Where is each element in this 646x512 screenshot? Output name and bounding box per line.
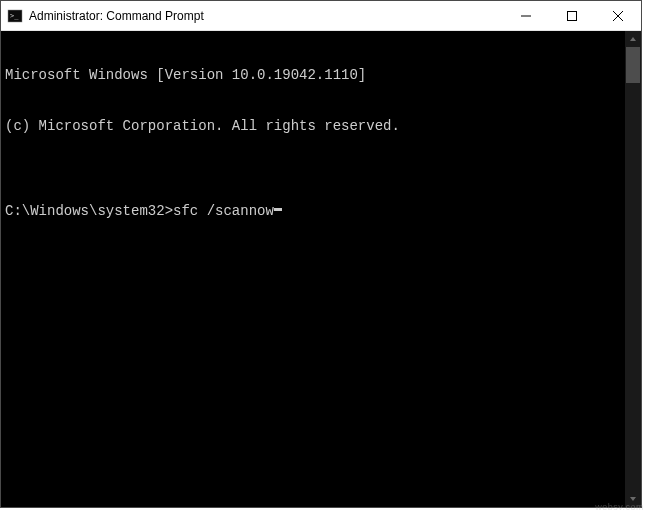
close-button[interactable]	[595, 1, 641, 30]
scroll-up-button[interactable]	[625, 31, 641, 47]
svg-marker-7	[630, 497, 636, 501]
watermark: websv.com	[595, 502, 644, 512]
svg-text:>_: >_	[10, 12, 19, 20]
prompt-line: C:\Windows\system32>sfc /scannow	[5, 203, 621, 220]
chevron-up-icon	[629, 35, 637, 43]
maximize-button[interactable]	[549, 1, 595, 30]
cmd-icon: >_	[7, 8, 23, 24]
minimize-button[interactable]	[503, 1, 549, 30]
svg-marker-6	[630, 37, 636, 41]
window-controls	[503, 1, 641, 30]
window-title: Administrator: Command Prompt	[29, 9, 204, 23]
svg-rect-3	[568, 11, 577, 20]
close-icon	[613, 11, 623, 21]
vertical-scrollbar[interactable]	[625, 31, 641, 507]
version-line: Microsoft Windows [Version 10.0.19042.11…	[5, 67, 621, 84]
prompt-text: C:\Windows\system32>	[5, 203, 173, 220]
command-prompt-window: >_ Administrator: Command Prompt Microso…	[0, 0, 642, 508]
minimize-icon	[521, 11, 531, 21]
maximize-icon	[567, 11, 577, 21]
cursor	[274, 208, 282, 211]
console-output[interactable]: Microsoft Windows [Version 10.0.19042.11…	[1, 31, 625, 507]
command-text: sfc /scannow	[173, 203, 274, 220]
console-area[interactable]: Microsoft Windows [Version 10.0.19042.11…	[1, 31, 641, 507]
copyright-line: (c) Microsoft Corporation. All rights re…	[5, 118, 621, 135]
titlebar[interactable]: >_ Administrator: Command Prompt	[1, 1, 641, 31]
scrollbar-thumb[interactable]	[626, 47, 640, 83]
